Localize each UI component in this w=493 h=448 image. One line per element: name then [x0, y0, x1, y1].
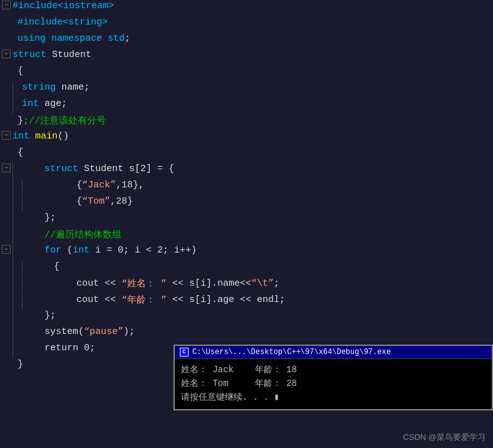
- code-token: {: [31, 196, 82, 207]
- code-line: −struct Student: [0, 49, 493, 65]
- watermark: CSDN @菜鸟要爱学习: [403, 432, 485, 443]
- indent-guide: [13, 196, 13, 211]
- code-lines: −#include<iostream>#include<string>using…: [0, 0, 493, 375]
- code-token: for: [22, 245, 61, 256]
- code-line: {: [0, 65, 493, 81]
- code-token: {: [31, 261, 60, 272]
- fold-button[interactable]: −: [2, 131, 11, 140]
- code-token: (: [61, 245, 73, 256]
- terminal-titlebar: C C:\Users\...\Desktop\C++\97\x64\Debug\…: [175, 346, 492, 359]
- code-line: using namespace std;: [0, 33, 493, 49]
- code-line: system(“pause”);: [0, 326, 493, 342]
- code-line: − for (int i = 0; i < 2; i++): [0, 244, 493, 261]
- code-token: system(: [22, 326, 84, 337]
- code-line: {“Jack”,18},: [0, 179, 493, 195]
- code-token: struct: [22, 164, 78, 174]
- code-line: string name;: [0, 81, 493, 98]
- code-token: int: [73, 245, 90, 256]
- fold-button[interactable]: −: [2, 245, 11, 254]
- fold-button[interactable]: −: [2, 49, 11, 58]
- code-token: {: [18, 66, 23, 76]
- code-content: };: [22, 212, 493, 223]
- code-token: name: [56, 82, 84, 93]
- code-token: }: [18, 115, 23, 126]
- fold-button[interactable]: −: [2, 164, 11, 172]
- code-content: struct Student s[2] = {: [22, 164, 493, 174]
- code-content: {“Tom”,28}: [31, 196, 493, 207]
- fold-button[interactable]: −: [2, 1, 11, 9]
- code-line: {: [0, 261, 493, 277]
- code-line: cout << “姓名： ” << s[i].name<<“\t”;: [0, 277, 493, 293]
- code-editor: −#include<iostream>#include<string>using…: [0, 0, 493, 448]
- code-line: cout << “年龄： ” << s[i].age << endl;: [0, 293, 493, 310]
- code-content: {: [13, 66, 493, 76]
- code-token: );: [123, 326, 135, 337]
- indent-guide: [13, 180, 13, 195]
- code-token: using: [18, 33, 46, 44]
- indent-guide: [13, 261, 13, 276]
- code-line: −#include<iostream>: [0, 0, 493, 16]
- code-content: #include<string>: [13, 17, 493, 28]
- code-line: //遍历结构体数组: [0, 228, 493, 244]
- code-token: ,28}: [110, 196, 133, 207]
- indent-guide: [22, 180, 23, 195]
- terminal-line: 姓名： Jack 年龄： 18: [181, 363, 485, 377]
- code-content: struct Student: [13, 49, 493, 60]
- code-content: using namespace std;: [13, 33, 493, 44]
- code-token: “姓名： ”: [122, 278, 167, 289]
- code-token: {: [18, 147, 23, 158]
- code-token: <string>: [63, 17, 108, 28]
- indent-guide: [22, 294, 23, 309]
- code-token: Student s: [78, 164, 135, 174]
- indent-guide: [13, 343, 13, 358]
- code-token: Student: [46, 49, 91, 60]
- code-token: struct: [13, 49, 46, 60]
- indent-guide: [13, 310, 13, 325]
- code-token: #include: [13, 1, 58, 11]
- code-token: “Tom”: [82, 196, 110, 207]
- code-content: system(“pause”);: [22, 326, 493, 337]
- code-token: << s[i].name<<: [167, 278, 251, 289]
- code-token: std: [108, 33, 125, 44]
- code-token: ;//注意该处有分号: [23, 115, 106, 127]
- terminal-body: 姓名： Jack 年龄： 18姓名： Tom 年龄： 28请按任意键继续. . …: [175, 359, 492, 409]
- code-content: string name;: [22, 82, 493, 93]
- code-token: “pause”: [84, 326, 123, 337]
- indent-guide: [13, 278, 13, 293]
- indent-guide: [13, 326, 13, 341]
- code-token: “\t”: [251, 278, 274, 289]
- code-line: − struct Student s[2] = {: [0, 163, 493, 179]
- indent-guide: [22, 261, 23, 276]
- code-line: {“Tom”,28}: [0, 195, 493, 212]
- code-content: {: [31, 261, 493, 272]
- code-content: int main(): [13, 131, 493, 142]
- code-token: (): [58, 131, 69, 142]
- code-token: ,18},: [116, 180, 144, 190]
- code-token: ;: [61, 98, 67, 109]
- code-token: string: [22, 82, 56, 93]
- indent-guide: [13, 294, 13, 309]
- code-content: int age;: [22, 98, 493, 109]
- code-content: cout << “年龄： ” << s[i].age << endl;: [31, 294, 493, 306]
- code-content: };: [22, 310, 493, 321]
- code-token: return 0;: [22, 343, 95, 353]
- code-token: cout <<: [31, 294, 122, 305]
- code-line: };: [0, 212, 493, 228]
- code-token: “年龄： ”: [122, 294, 167, 306]
- indent-guide: [13, 212, 13, 227]
- terminal-window: C C:\Users\...\Desktop\C++\97\x64\Debug\…: [174, 345, 493, 410]
- code-token: = {: [152, 164, 174, 174]
- indent-guide: [13, 98, 13, 113]
- terminal-title: C:\Users\...\Desktop\C++\97\x64\Debug\97…: [192, 348, 391, 357]
- code-line: #include<string>: [0, 16, 493, 33]
- indent-guide: [13, 164, 13, 179]
- code-token: }: [18, 359, 23, 370]
- code-token: [22, 229, 44, 240]
- indent-guide: [13, 245, 13, 260]
- indent-guide: [22, 196, 23, 211]
- code-content: cout << “姓名： ” << s[i].name<<“\t”;: [31, 278, 493, 289]
- code-line: };: [0, 310, 493, 326]
- code-token: age: [39, 98, 61, 109]
- code-line: };//注意该处有分号: [0, 114, 493, 130]
- code-token: cout <<: [31, 278, 122, 289]
